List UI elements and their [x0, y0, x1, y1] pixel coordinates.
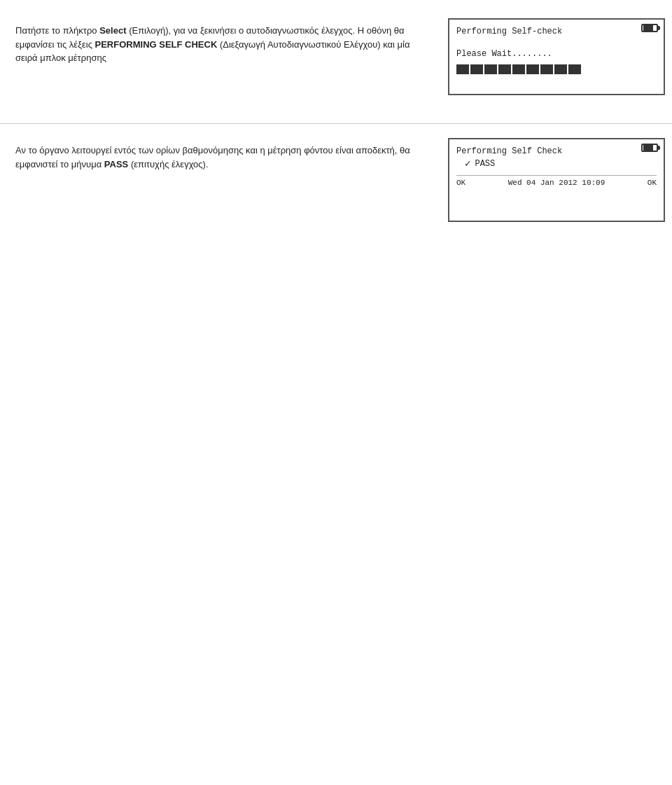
screen-line-2: Please Wait........ [456, 48, 657, 60]
screen-line-1: Performing Self-check [456, 25, 657, 38]
bold-performing: PERFORMING SELF CHECK [95, 39, 218, 50]
screen-pass-footer: OK Wed 04 Jan 2012 10:09 OK [456, 175, 657, 187]
section2-left: Αν το όργανο λειτουργεί εντός των ορίων … [0, 131, 441, 229]
progress-block-4 [498, 64, 511, 74]
page: Πατήστε το πλήκτρο Select (Επιλογή), για… [0, 0, 672, 785]
section1-text: Πατήστε το πλήκτρο Select (Επιλογή), για… [15, 24, 426, 65]
progress-block-5 [512, 64, 525, 74]
screen-pass-title: Performing Self Check [456, 145, 657, 158]
progress-block-9 [568, 64, 581, 74]
footer-ok-right-2: OK [648, 179, 657, 187]
progress-block-8 [554, 64, 567, 74]
progress-block-3 [484, 64, 497, 74]
battery-icon-2 [641, 144, 658, 152]
bold-select: Select [99, 25, 126, 36]
progress-bar [456, 64, 657, 74]
pass-label: PASS [475, 159, 495, 169]
screen-performing-selfcheck: Performing Self-check Please Wait.......… [448, 18, 665, 95]
footer-ok-left-2: OK [456, 179, 465, 187]
section2-text: Αν το όργανο λειτουργεί εντός των ορίων … [15, 144, 426, 171]
progress-block-6 [526, 64, 539, 74]
screen-pass: Performing Self Check ✓ PASS OK Wed 04 J… [448, 138, 665, 222]
progress-block-1 [456, 64, 469, 74]
footer-date-2: Wed 04 Jan 2012 10:09 [508, 179, 606, 187]
battery-icon [641, 24, 658, 32]
bold-pass: PASS [104, 159, 128, 169]
progress-block-2 [470, 64, 483, 74]
battery-indicator [641, 24, 658, 32]
screen-pass-result: ✓ PASS [465, 158, 657, 169]
progress-block-7 [540, 64, 553, 74]
checkmark-icon: ✓ [465, 158, 470, 169]
section2-right: Performing Self Check ✓ PASS OK Wed 04 J… [441, 131, 672, 229]
battery-indicator-2 [641, 144, 658, 152]
